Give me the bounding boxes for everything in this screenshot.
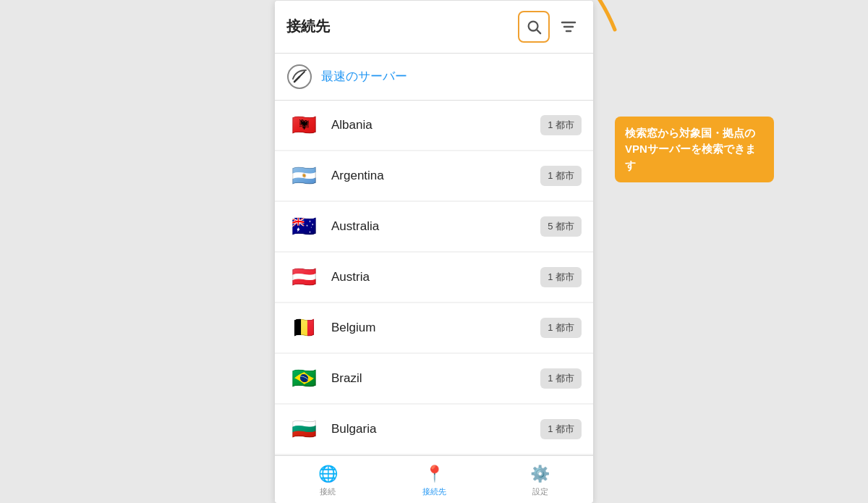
list-item[interactable]: 🇦🇺 Australia 5 都市 [275, 202, 593, 251]
flag-austria: 🇦🇹 [286, 260, 321, 295]
country-name: Argentina [331, 169, 530, 183]
flag-australia: 🇦🇺 [286, 209, 321, 244]
flag-brazil: 🇧🇷 [286, 361, 321, 396]
country-name: Albania [331, 118, 530, 132]
nav-label-destination: 接続先 [422, 486, 446, 497]
search-button[interactable] [518, 11, 550, 43]
phone-panel: 接続先 [275, 1, 593, 503]
fastest-icon [286, 64, 312, 90]
search-icon [526, 19, 542, 35]
city-badge: 1 都市 [540, 318, 582, 338]
flag-bulgaria: 🇧🇬 [286, 412, 321, 447]
country-name: Australia [331, 219, 530, 234]
list-item[interactable]: 🇦🇱 Albania 1 都市 [275, 101, 593, 150]
city-badge: 1 都市 [540, 368, 582, 389]
callout-box: 検索窓から対象国・拠点のVPNサーバーを検索できます [615, 117, 774, 183]
header: 接続先 [275, 1, 593, 54]
gear-icon: ⚙️ [530, 465, 550, 483]
flag-albania: 🇦🇱 [286, 108, 321, 143]
svg-line-1 [537, 30, 540, 33]
globe-icon: 🌐 [318, 465, 338, 483]
city-badge: 5 都市 [540, 216, 582, 237]
list-item[interactable]: 🇧🇪 Belgium 1 都市 [275, 303, 593, 352]
nav-item-destination[interactable]: 📍 接続先 [381, 462, 488, 500]
city-badge: 1 都市 [540, 267, 582, 287]
nav-item-settings[interactable]: ⚙️ 設定 [487, 462, 593, 500]
list-item[interactable]: 🇧🇬 Bulgaria 1 都市 [275, 405, 593, 454]
callout-text: 検索窓から対象国・拠点のVPNサーバーを検索できます [625, 127, 756, 172]
country-name: Bulgaria [331, 422, 530, 436]
fastest-label: 最速のサーバー [321, 68, 407, 85]
list-item[interactable]: 🇧🇷 Brazil 1 都市 [275, 354, 593, 403]
city-badge: 1 都市 [540, 115, 582, 135]
city-badge: 1 都市 [540, 419, 582, 439]
flag-argentina: 🇦🇷 [286, 158, 321, 193]
nav-item-connect[interactable]: 🌐 接続 [275, 462, 381, 500]
flag-belgium: 🇧🇪 [286, 310, 321, 345]
country-name: Austria [331, 270, 530, 284]
page-title: 接続先 [286, 17, 330, 36]
country-list: 🇦🇱 Albania 1 都市 🇦🇷 Argentina 1 都市 🇦🇺 Aus… [275, 101, 593, 454]
list-item[interactable]: 🇦🇷 Argentina 1 都市 [275, 151, 593, 200]
location-icon: 📍 [425, 465, 444, 483]
list-item[interactable]: 🇦🇹 Austria 1 都市 [275, 253, 593, 302]
country-name: Brazil [331, 371, 530, 386]
nav-label-connect: 接続 [320, 486, 336, 497]
nav-label-settings: 設定 [532, 486, 548, 497]
country-name: Belgium [331, 321, 530, 335]
arrow-svg [557, 0, 629, 37]
city-badge: 1 都市 [540, 166, 582, 186]
speed-icon [287, 64, 312, 89]
fastest-server-row[interactable]: 最速のサーバー [275, 54, 593, 101]
bottom-nav: 🌐 接続 📍 接続先 ⚙️ 設定 [275, 455, 593, 503]
